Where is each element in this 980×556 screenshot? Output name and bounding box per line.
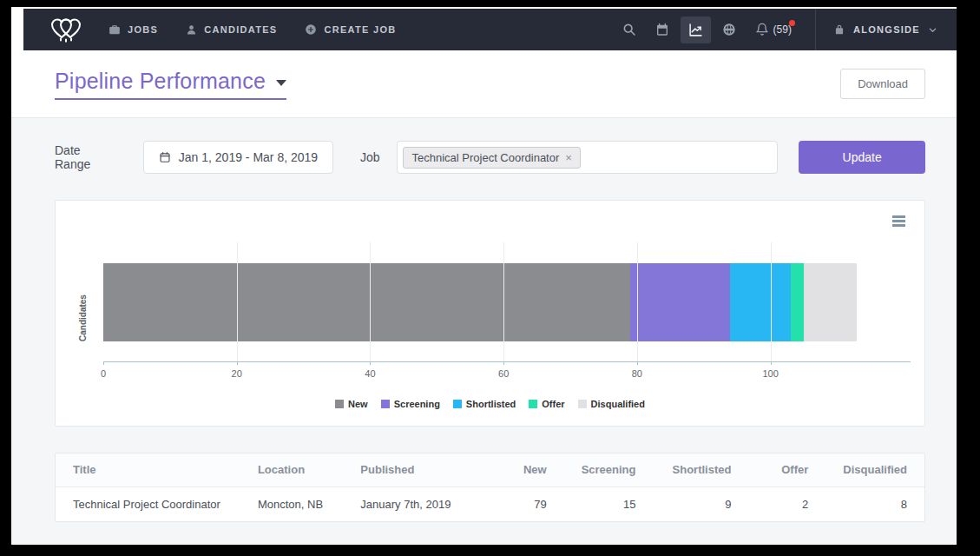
- table-header-cell: Screening: [564, 453, 654, 486]
- x-gridline: [237, 242, 238, 361]
- legend-label: New: [348, 399, 368, 409]
- date-range-input[interactable]: Jan 1, 2019 - Mar 8, 2019: [143, 141, 333, 174]
- organization-icon: [833, 23, 845, 36]
- chart-context-menu-icon[interactable]: [891, 214, 907, 228]
- reports-button[interactable]: [681, 17, 711, 43]
- page-header: Pipeline Performance Download: [11, 50, 957, 117]
- chart-plot-area: 020406080100: [103, 242, 911, 362]
- date-range-value: Jan 1, 2019 - Mar 8, 2019: [179, 150, 318, 164]
- app-page: JOBS CANDIDATES CREATE JOB: [11, 7, 957, 545]
- nav-item-jobs[interactable]: JOBS: [109, 23, 158, 36]
- legend-label: Shortlisted: [466, 399, 516, 409]
- legend-label: Disqualified: [591, 399, 645, 409]
- pipeline-chart-card: Candidates 020406080100 NewScreeningShor…: [55, 200, 925, 427]
- chart-legend: NewScreeningShortlistedOfferDisqualified: [56, 399, 924, 409]
- chevron-down-icon: [928, 25, 937, 35]
- alongside-logo[interactable]: [48, 17, 84, 43]
- table-cell: 15: [564, 486, 654, 521]
- legend-item-screening[interactable]: Screening: [381, 399, 440, 409]
- legend-item-new[interactable]: New: [335, 399, 368, 409]
- table-header-cell: Title: [56, 453, 240, 486]
- notifications-button[interactable]: (59): [747, 17, 799, 43]
- x-gridline: [637, 242, 638, 361]
- nav-item-label: CREATE JOB: [324, 24, 396, 35]
- page-title: Pipeline Performance: [55, 69, 266, 94]
- table-header-cell: Shortlisted: [653, 453, 748, 486]
- nav-item-create-job[interactable]: CREATE JOB: [305, 23, 396, 36]
- bell-icon: [755, 23, 769, 36]
- filter-row: Date Range Jan 1, 2019 - Mar 8, 2019 Job…: [55, 141, 925, 174]
- x-tick-mark: [503, 361, 504, 365]
- table-header-row: TitleLocationPublishedNewScreeningShortl…: [56, 453, 924, 486]
- calendar-icon: [655, 23, 669, 36]
- legend-label: Offer: [542, 399, 564, 409]
- x-tick-label: 80: [632, 368, 642, 379]
- bar-segment-shortlisted: [730, 263, 790, 341]
- notification-dot: [789, 20, 795, 26]
- account-menu[interactable]: ALONGSIDE: [833, 23, 937, 36]
- line-chart-icon: [688, 23, 703, 37]
- x-tick-label: 40: [365, 368, 375, 379]
- x-tick-label: 20: [232, 368, 242, 379]
- legend-swatch: [453, 400, 462, 408]
- nav-item-label: CANDIDATES: [204, 24, 277, 35]
- stacked-bar: [103, 263, 911, 341]
- update-button[interactable]: Update: [799, 141, 925, 174]
- table-cell: 9: [653, 486, 748, 521]
- navbar-right: (59) ALONGSIDE: [611, 9, 937, 50]
- title-caret-icon: [276, 80, 286, 86]
- remove-tag-icon[interactable]: ×: [565, 152, 572, 163]
- x-tick-mark: [771, 361, 772, 365]
- calendar-button[interactable]: [648, 17, 677, 43]
- x-tick-label: 100: [762, 368, 778, 379]
- chart-y-axis-label: Candidates: [78, 263, 88, 341]
- report-type-dropdown[interactable]: Pipeline Performance: [55, 69, 286, 100]
- table-header-cell: Disqualified: [825, 453, 924, 486]
- table-header-cell: New: [487, 453, 564, 486]
- account-name: ALONGSIDE: [853, 24, 920, 35]
- x-gridline: [503, 242, 504, 361]
- legend-item-disqualified[interactable]: Disqualified: [578, 399, 645, 409]
- legend-item-shortlisted[interactable]: Shortlisted: [453, 399, 516, 409]
- results-table-card: TitleLocationPublishedNewScreeningShortl…: [55, 453, 925, 522]
- legend-swatch: [335, 400, 344, 408]
- table-header-cell: Location: [240, 453, 343, 486]
- search-button[interactable]: [615, 17, 644, 43]
- date-range-label: Date Range: [55, 143, 119, 171]
- nav-item-candidates[interactable]: CANDIDATES: [186, 24, 277, 36]
- results-table: TitleLocationPublishedNewScreeningShortl…: [56, 453, 924, 521]
- bar-segment-new: [103, 263, 630, 341]
- table-cell: 8: [825, 486, 924, 521]
- navbar-divider: [815, 9, 816, 50]
- table-cell: January 7th, 2019: [343, 486, 487, 521]
- job-tag-label: Technical Project Coordinator: [411, 151, 559, 164]
- table-header-cell: Offer: [748, 453, 825, 486]
- top-navbar: JOBS CANDIDATES CREATE JOB: [23, 9, 957, 50]
- x-tick-mark: [637, 361, 638, 365]
- download-button[interactable]: Download: [840, 69, 925, 99]
- legend-label: Screening: [394, 399, 440, 409]
- x-gridline: [370, 242, 371, 361]
- legend-swatch: [578, 400, 587, 408]
- bar-segment-offer: [791, 263, 804, 341]
- content-area: Date Range Jan 1, 2019 - Mar 8, 2019 Job…: [11, 117, 957, 545]
- table-cell: Moncton, NB: [240, 486, 343, 521]
- x-tick-mark: [237, 361, 238, 365]
- hearts-logo-icon: [48, 17, 84, 43]
- calendar-icon: [159, 151, 171, 163]
- x-tick-mark: [103, 361, 104, 365]
- x-tick-label: 0: [101, 368, 106, 379]
- x-tick-mark: [370, 361, 371, 365]
- globe-button[interactable]: [714, 17, 744, 43]
- table-cell: 79: [487, 486, 564, 521]
- legend-swatch: [381, 400, 390, 408]
- table-cell: 2: [748, 486, 825, 521]
- legend-swatch: [529, 400, 537, 408]
- search-icon: [622, 23, 636, 36]
- x-tick-label: 60: [498, 368, 509, 379]
- job-tag: Technical Project Coordinator ×: [403, 147, 580, 169]
- nav-item-label: JOBS: [128, 24, 158, 35]
- job-select-input[interactable]: Technical Project Coordinator ×: [397, 141, 778, 174]
- legend-item-offer[interactable]: Offer: [529, 399, 564, 409]
- table-cell: Technical Project Coordinator: [56, 486, 240, 521]
